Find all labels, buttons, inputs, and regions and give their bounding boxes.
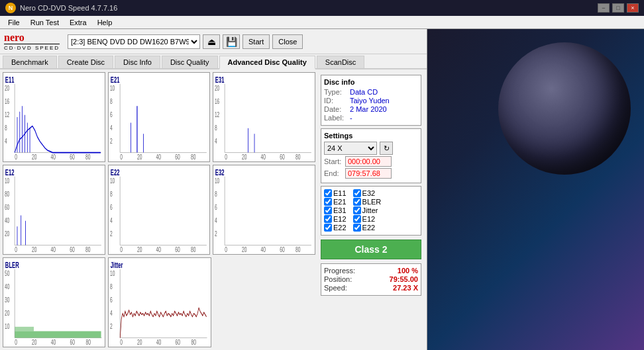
logo-speed: CD·DVD SPEED: [4, 44, 60, 51]
svg-text:8: 8: [215, 189, 217, 198]
svg-rect-105: [15, 331, 101, 338]
svg-text:16: 16: [215, 97, 219, 106]
cb-e12[interactable]: [324, 215, 332, 223]
svg-text:2: 2: [110, 229, 113, 238]
svg-rect-106: [15, 327, 34, 331]
svg-text:10: 10: [215, 176, 219, 185]
cb-e11[interactable]: [324, 189, 332, 197]
svg-text:80: 80: [191, 337, 196, 347]
svg-text:60: 60: [176, 337, 180, 347]
svg-text:0: 0: [225, 152, 228, 161]
svg-text:6: 6: [110, 295, 113, 304]
disc-date-val: 2 Mar 2020: [350, 105, 387, 113]
cb-e22b[interactable]: [353, 224, 361, 232]
svg-text:0: 0: [15, 337, 17, 347]
logo: nero CD·DVD SPEED: [4, 32, 60, 51]
chart-e32: E32 10 8 6 4 2 0 20 40 60 80: [213, 165, 315, 255]
svg-text:60: 60: [280, 245, 285, 254]
drive-select[interactable]: [2:3] BENQ DVD DD DW1620 B7W9: [68, 34, 200, 49]
tab-disc-info[interactable]: Disc Info: [115, 56, 160, 68]
close-button[interactable]: ×: [627, 3, 639, 13]
svg-text:2: 2: [215, 229, 217, 238]
svg-text:40: 40: [156, 245, 160, 254]
svg-text:60: 60: [5, 202, 9, 212]
window-controls: − □ ×: [598, 3, 639, 13]
tab-advanced-disc-quality[interactable]: Advanced Disc Quality: [219, 56, 315, 69]
cb-bler[interactable]: [353, 198, 361, 206]
settings-title: Settings: [324, 132, 418, 140]
end-label: End:: [324, 169, 343, 177]
svg-text:20: 20: [242, 152, 246, 161]
cb-e21[interactable]: [324, 198, 332, 206]
maximize-button[interactable]: □: [612, 3, 624, 13]
svg-text:40: 40: [51, 245, 56, 254]
cb-bler-label: BLER: [362, 198, 382, 206]
svg-text:40: 40: [51, 152, 56, 161]
eject-icon[interactable]: ⏏: [203, 34, 220, 49]
speed-val: 27.23 X: [393, 284, 418, 292]
svg-text:8: 8: [110, 282, 113, 291]
toolbar: nero CD·DVD SPEED [2:3] BENQ DVD DD DW16…: [0, 29, 427, 54]
tab-benchmark[interactable]: Benchmark: [3, 56, 57, 68]
progress-val: 100 %: [398, 267, 418, 275]
tabs: Benchmark Create Disc Disc Info Disc Qua…: [0, 54, 427, 69]
svg-text:20: 20: [32, 245, 36, 254]
disc-date-key: Date:: [324, 105, 347, 113]
cb-jitter[interactable]: [353, 206, 361, 214]
svg-text:2: 2: [110, 136, 113, 146]
svg-text:8: 8: [110, 97, 113, 106]
svg-text:80: 80: [295, 245, 300, 254]
start-label: Start:: [324, 157, 343, 165]
charts-row-3: BLER 50 40 30 20 10 0 20 40 60: [3, 257, 315, 347]
chart-jitter: Jitter 10 8 6 4 2 0 20 40 60 8: [108, 257, 211, 347]
svg-text:40: 40: [5, 216, 9, 225]
speed-refresh-button[interactable]: ↻: [380, 142, 393, 155]
disc-label-key: Label:: [324, 114, 347, 122]
chart-bler: BLER 50 40 30 20 10 0 20 40 60: [3, 257, 105, 347]
svg-text:80: 80: [85, 152, 90, 161]
speed-select[interactable]: 24 X: [324, 142, 377, 155]
menu-help[interactable]: Help: [92, 18, 118, 27]
main-area: nero CD·DVD SPEED [2:3] BENQ DVD DD DW16…: [0, 29, 644, 350]
charts-left: E11 20 16 12 8 4 0 20 40 60 80: [3, 72, 315, 347]
cb-e12b[interactable]: [353, 215, 361, 223]
start-time-input[interactable]: 000:00.00: [345, 156, 392, 167]
svg-text:80: 80: [85, 245, 90, 254]
chart-e31: E31 20 16 12 8 4 0 20 40 60 80: [213, 72, 315, 162]
menu-file[interactable]: File: [3, 18, 25, 27]
disc-info-title: Disc info: [324, 78, 418, 86]
tab-create-disc[interactable]: Create Disc: [58, 56, 113, 68]
speed-label: Speed:: [324, 284, 347, 292]
cb-e31[interactable]: [324, 206, 332, 214]
cb-e22[interactable]: [324, 224, 332, 232]
svg-text:80: 80: [295, 152, 300, 161]
tab-disc-quality[interactable]: Disc Quality: [162, 56, 218, 68]
minimize-button[interactable]: −: [598, 3, 610, 13]
cb-jitter-label: Jitter: [362, 206, 378, 214]
svg-text:20: 20: [5, 229, 9, 238]
menu-run-test[interactable]: Run Test: [25, 18, 64, 27]
svg-text:6: 6: [110, 202, 113, 212]
svg-text:0: 0: [15, 245, 17, 254]
save-icon[interactable]: 💾: [223, 34, 240, 49]
tab-scandisc[interactable]: ScanDisc: [317, 56, 364, 68]
chart-placeholder: [214, 257, 315, 347]
disc-id-val: Taiyo Yuden: [350, 97, 390, 105]
menu-extra[interactable]: Extra: [64, 18, 92, 27]
charts-row-2: E12 10 80 60 40 20 0 20 40 60: [3, 165, 315, 255]
svg-text:60: 60: [70, 337, 75, 347]
svg-text:6: 6: [215, 202, 217, 212]
title-bar: N Nero CD-DVD Speed 4.7.7.16 − □ ×: [0, 0, 644, 16]
svg-text:20: 20: [32, 152, 36, 161]
svg-text:30: 30: [5, 295, 9, 304]
svg-text:40: 40: [5, 282, 9, 291]
svg-text:4: 4: [110, 216, 113, 225]
end-time-input[interactable]: 079:57.68: [345, 168, 392, 179]
charts-area: E11 20 16 12 8 4 0 20 40 60 80: [0, 69, 427, 350]
svg-text:60: 60: [70, 152, 74, 161]
start-button[interactable]: Start: [242, 34, 270, 49]
svg-text:10: 10: [110, 83, 115, 93]
close-app-button[interactable]: Close: [272, 34, 303, 49]
cb-e32[interactable]: [353, 189, 361, 197]
svg-text:80: 80: [191, 152, 195, 161]
